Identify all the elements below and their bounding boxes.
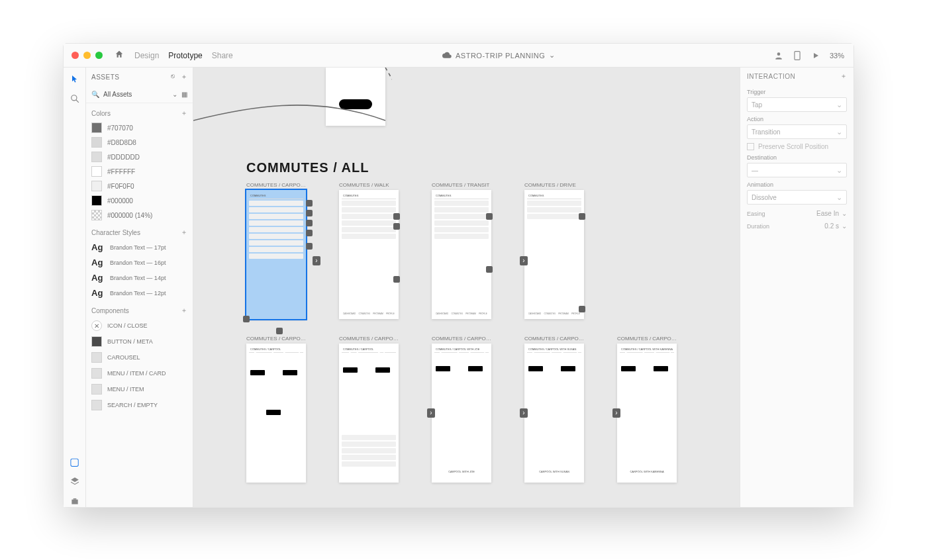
color-swatch[interactable]: #DDDDDD	[86, 150, 193, 164]
tab-prototype[interactable]: Prototype	[168, 51, 202, 60]
wire-handle[interactable]	[276, 328, 283, 334]
wire-arrow[interactable]	[520, 256, 528, 265]
duration-field[interactable]: 0.2 s⌄	[824, 222, 847, 230]
duration-row: Duration 0.2 s⌄	[747, 222, 847, 230]
assets-filter[interactable]: 🔍 All Assets ⌄ ▦	[86, 86, 193, 103]
wire-handle[interactable]	[243, 316, 250, 322]
artboard-tool-icon[interactable]: ▢	[69, 455, 81, 467]
wire-arrow[interactable]	[427, 408, 435, 418]
artboard-carpool-map[interactable]: COMMUTES / CARPOOL WITH JOE CARPOOL WITH…	[432, 344, 491, 483]
color-swatch[interactable]: #D8D8D8	[86, 135, 193, 150]
tab-design[interactable]: Design	[134, 51, 159, 60]
destination-select[interactable]: —	[747, 163, 847, 177]
wire-handle[interactable]	[306, 200, 313, 207]
maximize-window-button[interactable]	[95, 52, 103, 59]
artboard-label[interactable]: COMMUTES / CARPO…	[339, 336, 399, 342]
color-swatch[interactable]: #F0F0F0	[86, 179, 193, 193]
wire-arrow[interactable]	[520, 408, 528, 418]
svg-point-2	[71, 95, 76, 101]
wire-handle[interactable]	[306, 210, 313, 216]
animation-select[interactable]: Dissolve	[747, 190, 847, 205]
component-item[interactable]: ✕ICON / CLOSE	[86, 318, 193, 334]
component-item[interactable]: BUTTON / META	[86, 334, 193, 350]
artboard-commutes-carpool[interactable]: COMMUTES	[246, 190, 306, 319]
artboard-commutes-walk[interactable]: COMMUTES DASHBOARDCOMMUTESPROGRAMPROFILE	[339, 190, 399, 319]
artboard-label[interactable]: COMMUTES / TRANSIT	[432, 182, 489, 188]
assets-add-icon[interactable]: ＋	[181, 72, 188, 81]
user-icon[interactable]	[774, 51, 783, 60]
character-style[interactable]: AgBrandon Text — 12pt	[86, 285, 193, 301]
close-window-button[interactable]	[72, 52, 79, 59]
trigger-select[interactable]: Tap	[747, 97, 847, 112]
artboard-label[interactable]: COMMUTES / CARPO…	[246, 336, 306, 342]
minimize-window-button[interactable]	[83, 52, 91, 59]
wire-handle[interactable]	[579, 306, 585, 312]
tab-share[interactable]: Share	[212, 51, 233, 60]
assets-link-icon[interactable]: ⎋	[171, 72, 175, 81]
wire-handle[interactable]	[579, 213, 585, 220]
svg-point-0	[777, 52, 781, 56]
wire-handle[interactable]	[306, 220, 313, 226]
artboard-carpool-map[interactable]: COMMUTES / CARPOOL	[246, 344, 306, 483]
canvas[interactable]: COMMUTES / ALL COMMUTES / CARPO… COMMUTE…	[193, 68, 740, 507]
play-icon[interactable]	[811, 51, 820, 60]
artboard-label[interactable]: COMMUTES / CARPO…	[246, 182, 306, 188]
layers-icon[interactable]	[69, 475, 81, 487]
wire-handle[interactable]	[486, 213, 493, 220]
artboard-label[interactable]: COMMUTES / DRIVE	[524, 182, 576, 188]
add-color-icon[interactable]: ＋	[181, 109, 187, 118]
svg-line-3	[75, 100, 78, 103]
artboard-onboarding[interactable]	[326, 68, 385, 126]
color-swatch[interactable]: #000000 (14%)	[86, 208, 193, 222]
device-preview-icon[interactable]	[793, 51, 802, 60]
add-character-icon[interactable]: ＋	[181, 228, 187, 237]
component-item[interactable]: MENU / ITEM / CARD	[86, 365, 193, 381]
artboard-carpool-map[interactable]: COMMUTES / CARPOOL	[339, 344, 399, 483]
easing-select[interactable]: Ease In⌄	[816, 210, 847, 217]
mode-tabs: Design Prototype Share	[134, 51, 233, 60]
component-item[interactable]: CAROUSEL	[86, 350, 193, 365]
component-item[interactable]: SEARCH / EMPTY	[86, 397, 193, 413]
libraries-icon[interactable]	[69, 495, 81, 507]
inspector-title: INTERACTION	[747, 73, 795, 80]
wire-handle[interactable]	[306, 230, 313, 236]
artboard-label[interactable]: COMMUTES / CARPO…	[617, 336, 677, 342]
wire-arrow[interactable]	[313, 256, 320, 265]
artboard-label[interactable]: COMMUTES / CARPO…	[524, 336, 584, 342]
assets-panel: ASSETS ⎋ ＋ 🔍 All Assets ⌄ ▦ Colors ＋ #70…	[86, 68, 193, 507]
titlebar: Design Prototype Share ASTRO-TRIP PLANNI…	[64, 44, 854, 68]
wire-handle[interactable]	[306, 243, 313, 250]
search-icon[interactable]	[69, 93, 81, 105]
wire-handle[interactable]	[393, 223, 400, 230]
artboard-label[interactable]: COMMUTES / CARPO…	[432, 336, 491, 342]
section-colors-label: Colors	[91, 110, 111, 117]
artboard-label[interactable]: COMMUTES / WALK	[339, 182, 389, 188]
artboard-carpool-map[interactable]: COMMUTES / CARPOOL WITH KARENNA CARPOOL …	[617, 344, 677, 483]
action-select[interactable]: Transition	[747, 124, 847, 139]
wire-handle[interactable]	[393, 276, 400, 283]
color-swatch[interactable]: #000000	[86, 193, 193, 208]
artboard-commutes-drive[interactable]: COMMUTES DASHBOARDCOMMUTESPROGRAMPROFILE	[524, 190, 584, 319]
character-style[interactable]: AgBrandon Text — 14pt	[86, 270, 193, 285]
artboard-commutes-transit[interactable]: COMMUTES DASHBOARDCOMMUTESPROGRAMPROFILE	[432, 190, 491, 319]
select-tool-icon[interactable]	[69, 73, 81, 85]
easing-label: Easing	[747, 210, 765, 217]
lets-go-button[interactable]	[339, 99, 372, 109]
document-title[interactable]: ASTRO-TRIP PLANNING ⌄	[233, 51, 765, 60]
home-icon[interactable]	[115, 50, 124, 62]
preserve-scroll-checkbox[interactable]: Preserve Scroll Position	[747, 143, 847, 150]
flow-title: COMMUTES / ALL	[246, 160, 369, 175]
character-style[interactable]: AgBrandon Text — 17pt	[86, 240, 193, 255]
add-interaction-icon[interactable]: ＋	[840, 71, 848, 81]
wire-arrow[interactable]	[612, 408, 620, 418]
color-swatch[interactable]: #FFFFFF	[86, 164, 193, 179]
component-item[interactable]: MENU / ITEM	[86, 381, 193, 397]
wire-handle[interactable]	[486, 266, 493, 273]
add-component-icon[interactable]: ＋	[181, 306, 187, 315]
character-style[interactable]: AgBrandon Text — 16pt	[86, 255, 193, 270]
grid-view-icon[interactable]: ▦	[181, 91, 187, 98]
color-swatch[interactable]: #707070	[86, 120, 193, 135]
wire-handle[interactable]	[393, 213, 400, 220]
zoom-level[interactable]: 33%	[830, 52, 844, 60]
artboard-carpool-map[interactable]: COMMUTES / CARPOOL WITH SUSAN CARPOOL WI…	[524, 344, 584, 483]
